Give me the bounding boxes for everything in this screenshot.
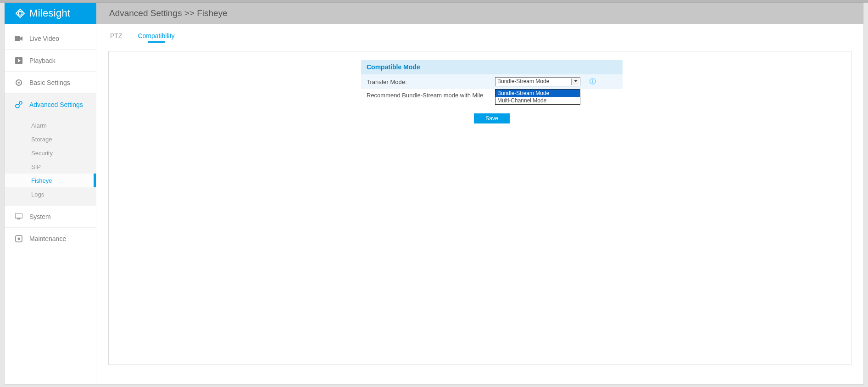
svg-point-0 xyxy=(18,11,22,15)
sidebar-sub-fisheye[interactable]: Fisheye xyxy=(5,174,96,187)
sidebar-item-live-video[interactable]: Live Video xyxy=(5,28,96,50)
sidebar-item-playback[interactable]: Playback xyxy=(5,50,96,72)
sidebar-label: System xyxy=(29,213,51,220)
option-multi-channel[interactable]: Multi-Channel Mode xyxy=(495,97,580,104)
svg-rect-8 xyxy=(17,219,20,219)
transfer-mode-value[interactable]: Bundle-Stream Mode xyxy=(495,77,580,86)
sidebar-label: Live Video xyxy=(29,35,59,42)
brand-text: Milesight xyxy=(29,7,71,19)
tab-compatibility[interactable]: Compatibility xyxy=(138,30,174,46)
svg-point-4 xyxy=(18,82,20,84)
sidebar-item-basic-settings[interactable]: Basic Settings xyxy=(5,72,96,94)
brand-icon xyxy=(15,8,26,19)
advanced-gear-icon xyxy=(15,101,23,109)
content-area: PTZ Compatibility Compatible Mode Transf… xyxy=(96,24,863,384)
sidebar-label: Advanced Settings xyxy=(29,101,83,108)
info-icon[interactable]: ⓘ xyxy=(590,78,596,86)
svg-rect-1 xyxy=(15,36,20,41)
sidebar-sub-storage[interactable]: Storage xyxy=(5,132,96,146)
transfer-mode-select[interactable]: Bundle-Stream Mode Bundle-Stream Mode Mu… xyxy=(495,77,580,86)
sidebar-label: Playback xyxy=(29,57,56,64)
recommend-text: Recommend Bundle-Stream mode with Mile xyxy=(361,92,623,99)
svg-point-5 xyxy=(16,104,19,108)
transfer-mode-label: Transfer Mode: xyxy=(367,79,495,85)
sidebar-sub-sip[interactable]: SIP xyxy=(5,160,96,174)
svg-point-10 xyxy=(18,238,20,240)
transfer-mode-dropdown: Bundle-Stream Mode Multi-Channel Mode xyxy=(495,89,580,105)
svg-rect-7 xyxy=(15,213,22,218)
svg-point-6 xyxy=(19,101,22,104)
sidebar-sub-security[interactable]: Security xyxy=(5,146,96,160)
sidebar-label: Maintenance xyxy=(29,235,66,242)
play-icon xyxy=(15,56,23,65)
settings-panel: Compatible Mode Transfer Mode: Bundle-St… xyxy=(108,51,851,365)
gear-icon xyxy=(15,79,23,87)
chevron-down-icon xyxy=(574,80,578,82)
advanced-submenu: Alarm Storage Security SIP Fisheye Logs xyxy=(5,116,96,206)
camera-icon xyxy=(15,34,23,43)
sidebar-item-system[interactable]: System xyxy=(5,206,96,228)
breadcrumb: Advanced Settings >> Fisheye xyxy=(96,3,863,24)
tab-ptz[interactable]: PTZ xyxy=(110,30,122,46)
sidebar-sub-alarm[interactable]: Alarm xyxy=(5,118,96,132)
sidebar: Live Video Playback Basic Settings Advan… xyxy=(5,24,96,384)
sidebar-sub-logs[interactable]: Logs xyxy=(5,187,96,201)
sidebar-label: Basic Settings xyxy=(29,79,70,86)
brand-logo[interactable]: Milesight xyxy=(5,3,96,24)
monitor-icon xyxy=(15,213,23,221)
sidebar-item-advanced-settings[interactable]: Advanced Settings xyxy=(5,94,96,116)
sidebar-item-maintenance[interactable]: Maintenance xyxy=(5,228,96,250)
save-button[interactable]: Save xyxy=(474,113,510,123)
breadcrumb-text: Advanced Settings >> Fisheye xyxy=(109,8,228,18)
section-title: Compatible Mode xyxy=(361,60,623,74)
option-bundle-stream[interactable]: Bundle-Stream Mode xyxy=(495,90,580,97)
wrench-icon xyxy=(15,235,23,243)
